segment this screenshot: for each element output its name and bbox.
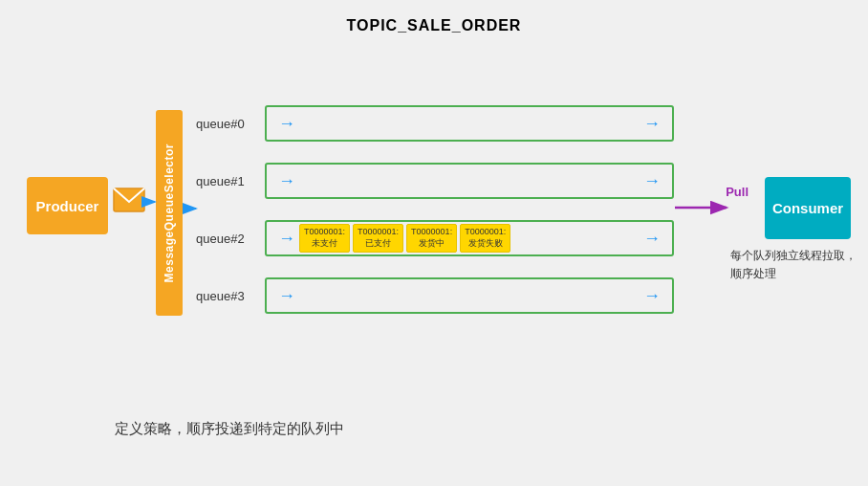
queue-label-3: queue#3 <box>196 289 265 303</box>
arrow-out-0: → <box>643 114 661 134</box>
queues-container: queue#0 → → queue#1 → → queue#2 → T00000… <box>196 103 674 333</box>
diagram-title: TOPIC_SALE_ORDER <box>0 0 868 34</box>
queue-box-2: → T0000001:未支付 T0000001:已支付 T0000001:发货中… <box>265 220 674 256</box>
email-icon <box>113 188 145 212</box>
queue-label-0: queue#0 <box>196 117 265 131</box>
producer-box: Producer <box>27 177 108 234</box>
mqs-label-container: MessageQueueSelector <box>156 110 183 316</box>
diagram-container: TOPIC_SALE_ORDER Producer MessageQueueSe… <box>0 0 868 486</box>
queue-row-0: queue#0 → → <box>196 103 674 144</box>
queue-row-1: queue#1 → → <box>196 161 674 201</box>
queue-box-3: → → <box>265 277 674 314</box>
arrow-in-1: → <box>278 171 295 191</box>
msg-tag-0: T0000001:未支付 <box>299 224 350 252</box>
mqs-label: MessageQueueSelector <box>163 144 176 282</box>
msg-tag-3: T0000001:发货失败 <box>460 224 510 252</box>
note-line-2: 顺序处理 <box>730 267 776 280</box>
queue-label-1: queue#1 <box>196 174 265 188</box>
queue-box-1: → → <box>265 163 674 199</box>
queue-label-2: queue#2 <box>196 232 265 246</box>
msg-tag-1: T0000001:已支付 <box>353 224 403 252</box>
note-line-1: 每个队列独立线程拉取， <box>730 249 857 262</box>
arrow-out-2: → <box>643 229 661 249</box>
message-tags: T0000001:未支付 T0000001:已支付 T0000001:发货中 T… <box>299 224 510 252</box>
arrow-in-2: → <box>278 229 295 249</box>
pull-label: Pull <box>726 185 749 199</box>
queue-row-3: queue#3 → → <box>196 276 674 316</box>
arrow-in-3: → <box>278 286 295 306</box>
arrow-in-0: → <box>278 114 295 134</box>
producer-label: Producer <box>36 198 99 214</box>
msg-tag-2: T0000001:发货中 <box>406 224 457 252</box>
consumer-label: Consumer <box>772 200 843 216</box>
bottom-caption: 定义策略，顺序投递到特定的队列中 <box>115 420 344 438</box>
note-text: 每个队列独立线程拉取， 顺序处理 <box>730 247 857 283</box>
queue-row-2: queue#2 → T0000001:未支付 T0000001:已支付 T000… <box>196 218 674 258</box>
arrow-out-3: → <box>643 286 661 306</box>
consumer-box: Consumer <box>765 177 851 239</box>
queue-box-0: → → <box>265 105 674 142</box>
arrow-out-1: → <box>643 171 661 191</box>
